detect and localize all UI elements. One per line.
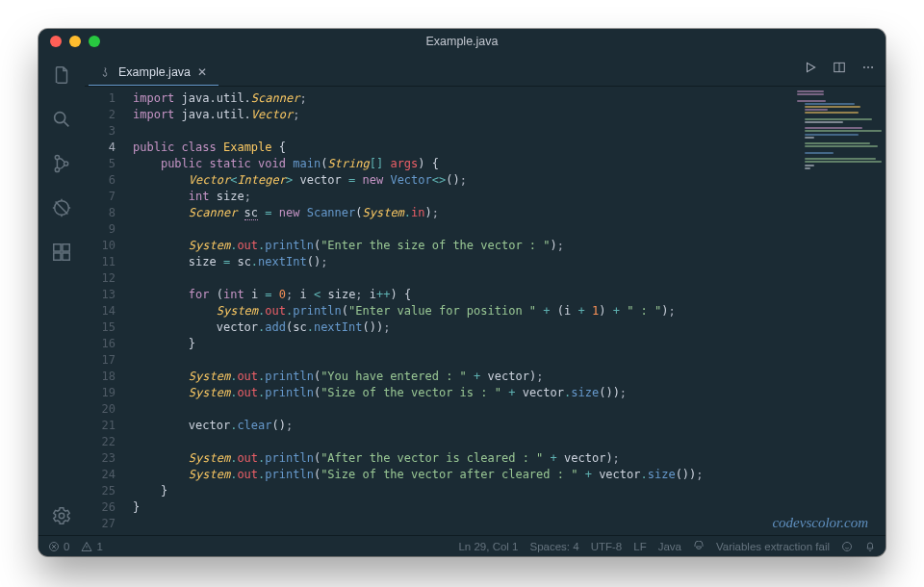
svg-rect-8: [62, 253, 68, 260]
java-file-icon: [98, 65, 112, 79]
window-title: Example.java: [38, 35, 886, 48]
svg-point-3: [64, 162, 67, 166]
window: Example.java: [38, 29, 886, 556]
svg-point-12: [867, 66, 869, 68]
extensions-icon[interactable]: [50, 241, 73, 264]
status-smiley-icon[interactable]: [841, 541, 853, 552]
activity-bar: [38, 54, 85, 535]
settings-gear-icon[interactable]: [50, 504, 73, 527]
source-control-icon[interactable]: [50, 152, 73, 175]
status-bar: 0 1 Ln 29, Col 1 Spaces: 4 UTF-8 LF Java…: [38, 535, 886, 556]
errors-count: 0: [64, 541, 69, 552]
svg-rect-5: [53, 244, 60, 251]
line-gutter: 1234567891011121314151617181920212223242…: [85, 87, 125, 535]
warnings-count: 1: [96, 541, 102, 552]
title-bar: Example.java: [38, 29, 886, 54]
svg-point-15: [843, 542, 852, 550]
close-tab-icon[interactable]: ✕: [197, 65, 207, 79]
status-indent[interactable]: Spaces: 4: [529, 541, 578, 552]
editor-area: Example.java ✕ 12345678910111213141: [85, 54, 886, 535]
status-errors[interactable]: 0: [48, 541, 69, 552]
code-editor[interactable]: 1234567891011121314151617181920212223242…: [85, 87, 886, 535]
status-feedback-icon[interactable]: [693, 541, 705, 552]
editor-body: Example.java ✕ 12345678910111213141: [38, 54, 886, 535]
more-actions-icon[interactable]: [860, 60, 876, 75]
run-icon[interactable]: [803, 60, 818, 75]
explorer-icon[interactable]: [50, 64, 73, 87]
svg-point-0: [54, 113, 64, 123]
tab-example-java[interactable]: Example.java ✕: [89, 60, 218, 86]
debug-icon[interactable]: [50, 196, 73, 219]
editor-actions: [803, 60, 876, 75]
tab-label: Example.java: [118, 65, 191, 79]
tab-bar: Example.java ✕: [85, 54, 886, 87]
svg-rect-7: [53, 253, 60, 260]
svg-point-2: [55, 167, 59, 171]
status-bell-icon[interactable]: [864, 541, 876, 552]
svg-point-11: [863, 66, 865, 68]
status-eol[interactable]: LF: [633, 541, 646, 552]
status-extra[interactable]: Variables extraction fail: [716, 541, 830, 552]
status-cursor-position[interactable]: Ln 29, Col 1: [458, 541, 518, 552]
svg-point-13: [871, 66, 873, 68]
svg-point-1: [55, 155, 59, 159]
svg-point-9: [59, 513, 64, 519]
svg-rect-6: [62, 244, 68, 251]
status-encoding[interactable]: UTF-8: [591, 541, 623, 552]
status-warnings[interactable]: 1: [81, 541, 102, 552]
search-icon[interactable]: [50, 108, 73, 131]
code-content: import java.util.Scanner; import java.ut…: [125, 87, 886, 535]
split-editor-icon[interactable]: [832, 60, 847, 75]
status-language[interactable]: Java: [658, 541, 681, 552]
